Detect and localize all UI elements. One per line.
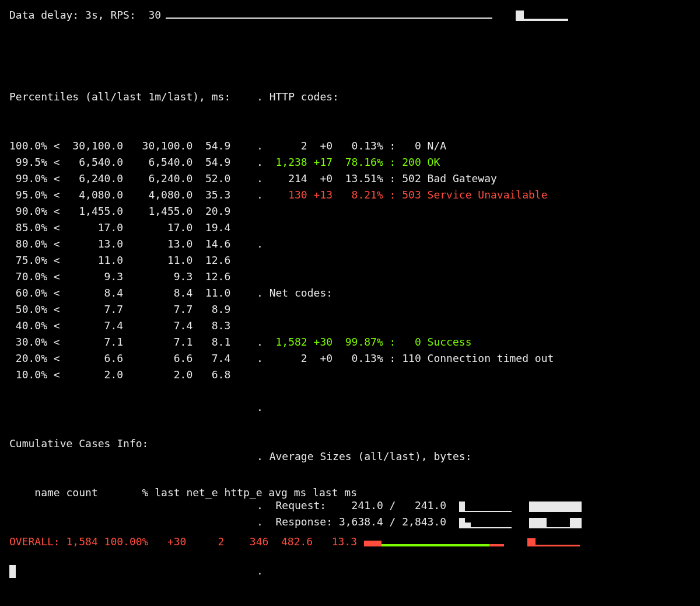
percentile-row: 10.0% < 2.0 2.0 6.8 — [9, 367, 230, 383]
percentile-row: 70.0% < 9.3 9.3 12.6 — [9, 269, 230, 285]
rps-mini-chart — [516, 9, 568, 21]
percentile-row: 85.0% < 17.0 17.0 19.4 — [9, 220, 230, 236]
terminal-cursor — [9, 565, 16, 578]
cumulative-overall-row: OVERALL: 1,584 100.00% +30 2 346 482.6 1… — [9, 534, 580, 550]
percentile-row: 95.0% < 4,080.0 4,080.0 35.3 — [9, 187, 230, 203]
percentile-row: 90.0% < 1,455.0 1,455.0 20.9 — [9, 203, 230, 220]
net-codes-title: . Net codes: — [257, 285, 582, 301]
data-delay-rps-label: Data delay: 3s, RPS: 30 — [9, 7, 161, 23]
http-code-row: . 1,238 +17 78.16% : 200 OK — [257, 154, 582, 170]
percentile-row: 75.0% < 11.0 11.0 12.6 — [9, 252, 230, 269]
percentiles-title: Percentiles (all/last 1m/last), ms: — [9, 89, 230, 105]
top-status-bar: Data delay: 3s, RPS: 30 — [9, 7, 691, 23]
percentile-row: 100.0% < 30,100.0 30,100.0 54.9 — [9, 138, 230, 154]
percentile-row: 80.0% < 13.0 13.0 14.6 — [9, 236, 230, 252]
percentile-row: 99.0% < 6,240.0 6,240.0 52.0 — [9, 170, 230, 187]
percentiles-panel: Percentiles (all/last 1m/last), ms: 100.… — [9, 56, 230, 416]
cumulative-header: name count % last net_e http_e avg ms la… — [9, 485, 580, 501]
cumulative-panel: Cumulative Cases Info: name count % last… — [9, 403, 580, 583]
cumulative-sparkline — [364, 538, 504, 546]
http-code-row: . 214 +0 13.51% : 502 Bad Gateway — [257, 170, 582, 187]
http-code-row: . 2 +0 0.13% : 0 N/A — [257, 138, 582, 154]
percentile-row: 60.0% < 8.4 8.4 11.0 — [9, 285, 230, 301]
rps-sparkline — [166, 12, 492, 19]
percentile-row: 30.0% < 7.1 7.1 8.1 — [9, 334, 230, 350]
percentile-row: 40.0% < 7.4 7.4 8.3 — [9, 318, 230, 334]
http-codes-title: . HTTP codes: — [257, 89, 582, 105]
spacer-dot: . — [257, 236, 582, 252]
cumulative-title: Cumulative Cases Info: — [9, 436, 580, 452]
percentile-row: 20.0% < 6.6 6.6 7.4 — [9, 350, 230, 367]
percentile-row: 99.5% < 6,540.0 6,540.0 54.9 — [9, 154, 230, 170]
percentile-row: 50.0% < 7.7 7.7 8.9 — [9, 301, 230, 318]
cumulative-mini-chart — [527, 537, 580, 546]
net-code-row: . 1,582 +30 99.87% : 0 Success — [257, 334, 582, 350]
http-code-row: . 130 +13 8.21% : 503 Service Unavailabl… — [257, 187, 582, 203]
net-code-row: . 2 +0 0.13% : 110 Connection timed out — [257, 350, 582, 367]
